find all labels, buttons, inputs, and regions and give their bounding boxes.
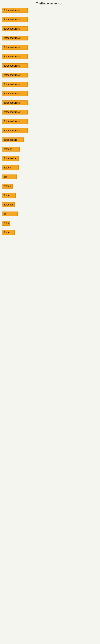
bottleneck-badge-7[interactable]: Bottleneck result bbox=[1, 64, 28, 68]
bottleneck-item-23[interactable]: Bo bbox=[1, 212, 100, 217]
bottleneck-badge-19[interactable]: Bot bbox=[1, 174, 17, 179]
bottleneck-badge-8[interactable]: Bottleneck result bbox=[1, 73, 28, 78]
bottleneck-badge-21[interactable]: Bottle bbox=[1, 193, 16, 198]
site-title: TheBottlenecker.com bbox=[0, 0, 100, 7]
bottleneck-item-20[interactable]: Bottlen bbox=[1, 184, 100, 190]
bottleneck-item-25[interactable]: Bottler bbox=[1, 230, 100, 236]
bottleneck-badge-11[interactable]: Bottleneck result bbox=[1, 100, 28, 105]
bottleneck-item-6[interactable]: Bottleneck result bbox=[1, 54, 100, 60]
bottleneck-item-7[interactable]: Bottleneck result bbox=[1, 64, 100, 69]
bottleneck-badge-24[interactable]: Bottle bbox=[1, 221, 10, 226]
bottleneck-item-12[interactable]: Bottleneck result bbox=[1, 110, 100, 115]
bottleneck-item-3[interactable]: Bottleneck result bbox=[1, 26, 100, 32]
bottleneck-item-11[interactable]: Bottleneck result bbox=[1, 100, 100, 106]
bottleneck-item-19[interactable]: Bot bbox=[1, 174, 100, 180]
bottleneck-badge-3[interactable]: Bottleneck result bbox=[1, 26, 28, 31]
bottleneck-badge-17[interactable]: Bottleneck r bbox=[1, 156, 19, 161]
bottleneck-item-24[interactable]: Bottle bbox=[1, 221, 100, 226]
bottleneck-item-17[interactable]: Bottleneck r bbox=[1, 156, 100, 162]
bottleneck-item-2[interactable]: Bottleneck result bbox=[1, 17, 100, 23]
bottleneck-item-13[interactable]: Bottleneck result bbox=[1, 119, 100, 124]
bottleneck-item-8[interactable]: Bottleneck result bbox=[1, 73, 100, 78]
bottleneck-item-4[interactable]: Bottleneck result bbox=[1, 36, 100, 41]
bottleneck-badge-25[interactable]: Bottler bbox=[1, 230, 15, 235]
bottleneck-badge-14[interactable]: Bottleneck result bbox=[1, 128, 28, 133]
bottleneck-badge-2[interactable]: Bottleneck result bbox=[1, 17, 28, 22]
bottleneck-item-1[interactable]: Bottleneck result bbox=[1, 8, 100, 14]
bottleneck-item-14[interactable]: Bottleneck result bbox=[1, 128, 100, 134]
items-container: Bottleneck resultBottleneck resultBottle… bbox=[0, 7, 100, 561]
bottleneck-badge-20[interactable]: Bottlen bbox=[1, 184, 13, 188]
bottleneck-badge-5[interactable]: Bottleneck result bbox=[1, 45, 28, 50]
bottleneck-badge-13[interactable]: Bottleneck result bbox=[1, 119, 28, 124]
bottleneck-badge-16[interactable]: Bottlene bbox=[1, 147, 20, 152]
bottleneck-item-22[interactable]: Bottlenec bbox=[1, 202, 100, 208]
bottleneck-badge-15[interactable]: Bottleneck re bbox=[1, 138, 24, 142]
bottleneck-badge-18[interactable]: Bottlen bbox=[1, 165, 19, 170]
bottleneck-badge-10[interactable]: Bottleneck result bbox=[1, 91, 28, 96]
bottleneck-badge-9[interactable]: Bottleneck result bbox=[1, 82, 28, 87]
bottleneck-badge-12[interactable]: Bottleneck result bbox=[1, 110, 28, 114]
bottleneck-item-21[interactable]: Bottle bbox=[1, 193, 100, 199]
bottleneck-item-15[interactable]: Bottleneck re bbox=[1, 138, 100, 143]
bottleneck-item-10[interactable]: Bottleneck result bbox=[1, 91, 100, 97]
bottleneck-item-18[interactable]: Bottlen bbox=[1, 165, 100, 171]
bottleneck-badge-22[interactable]: Bottlenec bbox=[1, 202, 15, 207]
bottleneck-badge-4[interactable]: Bottleneck result bbox=[1, 36, 28, 40]
bottleneck-item-5[interactable]: Bottleneck result bbox=[1, 45, 100, 50]
bottleneck-item-9[interactable]: Bottleneck result bbox=[1, 82, 100, 88]
bottleneck-badge-6[interactable]: Bottleneck result bbox=[1, 54, 28, 59]
bottleneck-item-16[interactable]: Bottlene bbox=[1, 147, 100, 152]
bottleneck-badge-1[interactable]: Bottleneck result bbox=[1, 8, 28, 13]
bottleneck-badge-23[interactable]: Bo bbox=[1, 212, 18, 216]
